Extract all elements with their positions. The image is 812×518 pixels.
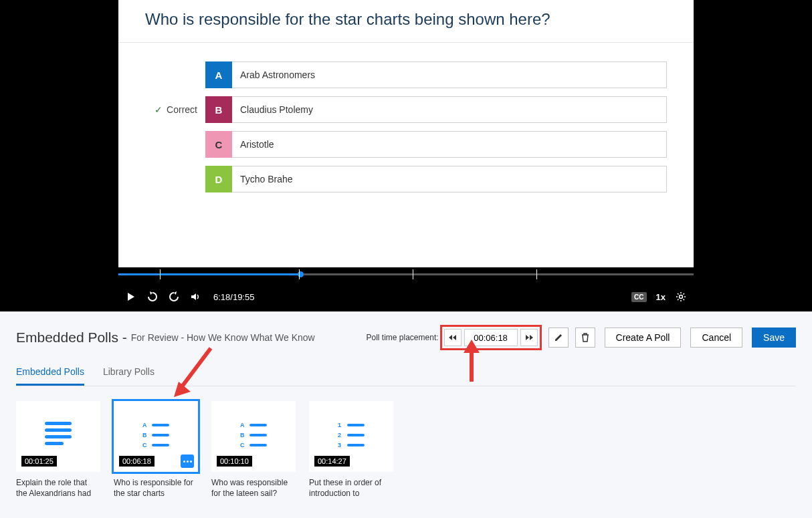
svg-point-0 xyxy=(680,295,683,299)
captions-button[interactable]: CC xyxy=(631,292,646,302)
play-icon[interactable] xyxy=(125,291,137,303)
poll-marker[interactable] xyxy=(299,269,300,279)
poll-card[interactable]: A B C 00:06:18 xyxy=(114,401,198,472)
answer-list: ✓Correct A Arab Astronomers ✓Correct B C… xyxy=(118,43,694,192)
settings-icon[interactable] xyxy=(675,291,687,303)
time-placement-group xyxy=(440,325,542,350)
answer-row[interactable]: ✓Correct A Arab Astronomers xyxy=(145,61,667,88)
time-placement-input[interactable] xyxy=(464,329,518,346)
speed-button[interactable]: 1x xyxy=(656,292,666,302)
tab-library-polls[interactable]: Library Polls xyxy=(103,366,155,386)
rewind-icon[interactable] xyxy=(146,291,159,303)
correct-indicator: ✓Correct xyxy=(145,104,205,115)
essay-icon xyxy=(17,422,100,445)
correct-label: Correct xyxy=(167,104,197,115)
poll-marker[interactable] xyxy=(536,269,537,279)
answer-text: Aristotle xyxy=(232,131,667,158)
create-poll-button[interactable]: Create A Poll xyxy=(605,328,682,348)
poll-card-title: Explain the role that the Alexandrians h… xyxy=(16,477,100,499)
save-button[interactable]: Save xyxy=(752,328,796,348)
video-player-region: Who is responsible for the star charts b… xyxy=(0,0,812,311)
timestamp-badge: 00:06:18 xyxy=(119,456,155,467)
forward-icon[interactable] xyxy=(168,291,180,303)
answer-letter: B xyxy=(205,96,232,123)
answer-row[interactable]: ✓Correct D Tycho Brahe xyxy=(145,166,667,192)
ordering-icon: 1 2 3 xyxy=(310,422,393,448)
check-icon: ✓ xyxy=(155,104,163,115)
poll-question-overlay: Who is responsible for the star charts b… xyxy=(118,0,694,267)
poll-card-title: Put these in order of introduction to xyxy=(309,477,393,499)
answer-text: Tycho Brahe xyxy=(232,166,667,192)
edit-button[interactable] xyxy=(548,328,569,348)
card-menu-button[interactable] xyxy=(181,455,194,468)
timestamp-badge: 00:01:25 xyxy=(21,456,57,467)
answer-text: Claudius Ptolemy xyxy=(232,96,667,123)
answer-letter: C xyxy=(205,131,232,158)
poll-marker[interactable] xyxy=(413,269,413,279)
multiple-choice-icon: A B C xyxy=(212,422,295,448)
step-back-button[interactable] xyxy=(444,329,462,346)
answer-text: Arab Astronomers xyxy=(232,61,667,88)
answer-letter: D xyxy=(205,166,232,192)
volume-icon[interactable] xyxy=(189,291,201,303)
step-forward-button[interactable] xyxy=(520,329,538,346)
seek-bar[interactable] xyxy=(118,267,694,282)
panel-subtitle: For Review - How We Know What We Know xyxy=(131,332,315,343)
answer-row[interactable]: ✓Correct B Claudius Ptolemy xyxy=(145,96,667,123)
answer-letter: A xyxy=(205,61,232,88)
tab-bar: Embedded Polls Library Polls xyxy=(16,366,796,386)
poll-card-title: Who was responsible for the lateen sail? xyxy=(211,477,296,499)
time-display: 6:18/19:55 xyxy=(213,292,254,302)
question-title: Who is responsible for the star charts b… xyxy=(118,0,694,43)
delete-button[interactable] xyxy=(575,328,595,348)
panel-title: Embedded Polls - xyxy=(16,330,127,346)
answer-row[interactable]: ✓Correct C Aristotle xyxy=(145,131,667,158)
poll-card[interactable]: 00:01:25 xyxy=(16,401,100,472)
poll-card-list: 00:01:25 Explain the role that the Alexa… xyxy=(16,401,796,499)
player-controls: 6:18/19:55 CC 1x xyxy=(118,282,694,311)
poll-card-title: Who is responsible for the star charts xyxy=(114,477,198,499)
cancel-button[interactable]: Cancel xyxy=(690,328,742,348)
seek-progress xyxy=(118,273,300,275)
poll-card[interactable]: 1 2 3 00:14:27 xyxy=(309,401,393,472)
timestamp-badge: 00:14:27 xyxy=(314,456,350,467)
embedded-polls-panel: Embedded Polls - For Review - How We Kno… xyxy=(0,311,812,499)
poll-marker[interactable] xyxy=(160,269,161,279)
timestamp-badge: 00:10:10 xyxy=(217,456,252,467)
multiple-choice-icon: A B C xyxy=(114,422,197,448)
panel-header: Embedded Polls - For Review - How We Kno… xyxy=(16,325,796,350)
poll-card[interactable]: A B C 00:10:10 xyxy=(211,401,296,472)
placement-label: Poll time placement: xyxy=(367,333,439,342)
tab-embedded-polls[interactable]: Embedded Polls xyxy=(16,366,84,386)
